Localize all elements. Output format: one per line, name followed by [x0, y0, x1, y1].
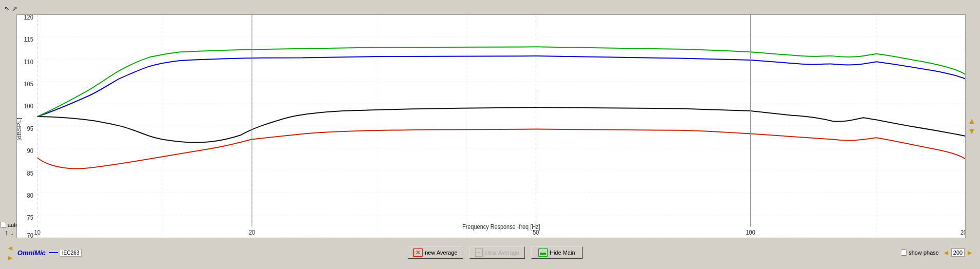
bottom-right: show phase ◄ 200 ►: [871, 248, 974, 257]
y-label-95: 95: [27, 125, 33, 132]
svg-rect-1: [17, 15, 965, 238]
clear-average-button[interactable]: ~ clear Average: [469, 246, 525, 259]
legend-item: IEC263: [49, 249, 82, 257]
new-average-button[interactable]: ✕ new Average: [408, 246, 463, 259]
clear-average-label: clear Average: [485, 249, 519, 256]
bottom-left-right-arrow[interactable]: ►: [6, 253, 14, 262]
right-down-arrow[interactable]: ▼: [967, 126, 976, 137]
y-label-100: 100: [24, 103, 33, 110]
main-container: ⇖ ⇗ auto ↑ ↓: [0, 0, 980, 269]
auto-checkbox-label[interactable]: auto: [0, 222, 19, 228]
y-label-105: 105: [24, 81, 33, 88]
clear-average-icon: ~: [475, 248, 483, 257]
y-label-75: 75: [27, 215, 33, 221]
left-down-arrow[interactable]: ↓: [10, 228, 14, 237]
y-axis-label: [dBSPL]: [17, 118, 22, 141]
bottom-center: ✕ new Average ~ clear Average ▬ Hide Mai…: [125, 246, 865, 259]
left-controls: auto ↑ ↓: [2, 14, 16, 238]
right-controls: ▲ ▼: [966, 14, 978, 238]
x-label-50: 50: [533, 229, 539, 236]
new-average-icon: ✕: [413, 248, 423, 257]
left-arrow-cluster: ↑ ↓: [4, 228, 14, 237]
y-label-115: 115: [24, 36, 33, 43]
y-label-110: 110: [24, 59, 33, 65]
right-up-arrow[interactable]: ▲: [967, 116, 976, 126]
top-arrow-upleft-icon[interactable]: ⇖: [4, 5, 10, 12]
x-label-200: 200: [960, 229, 965, 236]
show-phase-checkbox[interactable]: [901, 249, 907, 256]
hide-main-label: Hide Main: [550, 249, 575, 256]
x-axis-label: Frequency Response -freq [Hz]: [462, 224, 540, 230]
y-label-85: 85: [27, 170, 33, 177]
show-phase-text: show phase: [909, 249, 939, 256]
x-label-10: 10: [34, 229, 41, 236]
chart-svg: 120 115 110 105 100 95 90 85 80 75 70 [d…: [17, 15, 965, 238]
y-label-70: 70: [27, 232, 33, 238]
show-phase-label[interactable]: show phase: [901, 249, 939, 256]
y-label-80: 80: [27, 193, 33, 199]
brand-label[interactable]: OmniMic: [17, 249, 46, 257]
range-indicator: 200: [951, 248, 965, 257]
y-label-120: 120: [24, 15, 33, 21]
y-label-90: 90: [27, 148, 33, 155]
legend-label: IEC263: [60, 249, 82, 257]
x-label-100: 100: [746, 229, 755, 236]
legend-line: [49, 252, 58, 253]
right-right-arrow[interactable]: ►: [966, 248, 974, 257]
new-average-label: new Average: [425, 249, 457, 256]
chart-area: auto ↑ ↓ 120 115: [2, 14, 978, 238]
bottom-left-left-arrow[interactable]: ◄: [6, 243, 14, 253]
top-arrow-upright-icon[interactable]: ⇗: [12, 5, 17, 12]
hide-main-icon: ▬: [538, 248, 548, 257]
hide-main-button[interactable]: ▬ Hide Main: [531, 246, 583, 259]
chart-wrapper: 120 115 110 105 100 95 90 85 80 75 70 [d…: [16, 14, 966, 238]
bottom-left: ◄ ► OmniMic IEC263: [6, 243, 119, 262]
right-left-arrow[interactable]: ◄: [942, 248, 950, 257]
x-label-20: 20: [249, 229, 255, 236]
auto-checkbox[interactable]: [0, 222, 6, 228]
bottom-bar: ◄ ► OmniMic IEC263 ✕ new Average ~ clear…: [2, 238, 978, 267]
top-controls: ⇖ ⇗: [2, 2, 978, 14]
left-up-arrow[interactable]: ↑: [4, 228, 9, 237]
